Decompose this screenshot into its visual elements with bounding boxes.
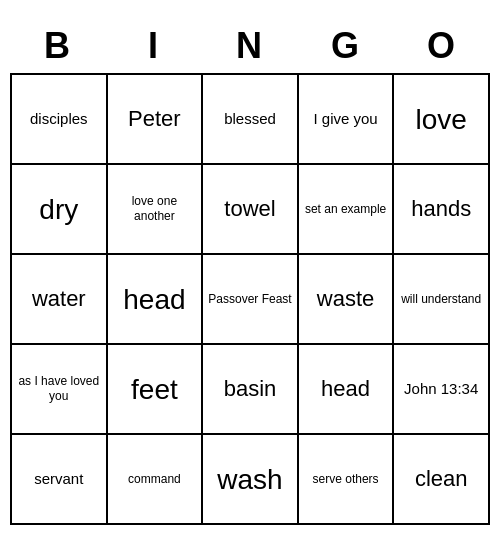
bingo-cell: waste <box>299 255 395 345</box>
bingo-cell: head <box>108 255 204 345</box>
bingo-cell: feet <box>108 345 204 435</box>
bingo-cell: as I have loved you <box>12 345 108 435</box>
bingo-cell: Passover Feast <box>203 255 299 345</box>
header-letter: B <box>10 19 106 73</box>
bingo-cell: I give you <box>299 75 395 165</box>
bingo-grid: disciplesPeterblessedI give youlovedrylo… <box>10 73 490 525</box>
bingo-cell: command <box>108 435 204 525</box>
bingo-cell: serve others <box>299 435 395 525</box>
bingo-cell: servant <box>12 435 108 525</box>
bingo-cell: set an example <box>299 165 395 255</box>
bingo-cell: dry <box>12 165 108 255</box>
header-letter: N <box>202 19 298 73</box>
header-letter: G <box>298 19 394 73</box>
bingo-cell: John 13:34 <box>394 345 490 435</box>
bingo-cell: disciples <box>12 75 108 165</box>
bingo-header: BINGO <box>10 19 490 73</box>
bingo-cell: clean <box>394 435 490 525</box>
bingo-cell: head <box>299 345 395 435</box>
bingo-card: BINGO disciplesPeterblessedI give youlov… <box>10 19 490 525</box>
bingo-cell: love one another <box>108 165 204 255</box>
bingo-cell: basin <box>203 345 299 435</box>
header-letter: O <box>394 19 490 73</box>
bingo-cell: water <box>12 255 108 345</box>
bingo-cell: blessed <box>203 75 299 165</box>
header-letter: I <box>106 19 202 73</box>
bingo-cell: wash <box>203 435 299 525</box>
bingo-cell: Peter <box>108 75 204 165</box>
bingo-cell: will understand <box>394 255 490 345</box>
bingo-cell: hands <box>394 165 490 255</box>
bingo-cell: towel <box>203 165 299 255</box>
bingo-cell: love <box>394 75 490 165</box>
